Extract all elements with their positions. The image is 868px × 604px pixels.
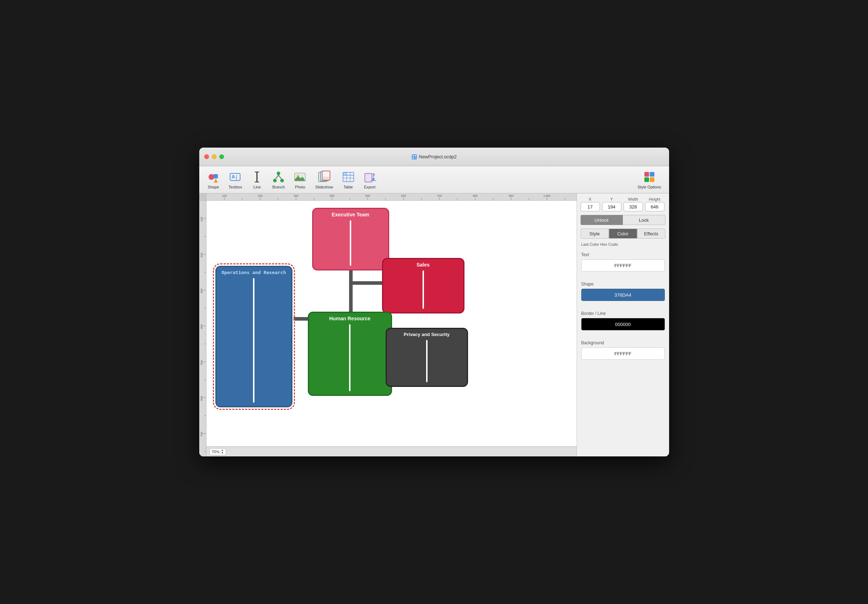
toolbar-line[interactable]: Line	[247, 168, 267, 191]
human-resource-inner	[349, 324, 350, 391]
svg-rect-39	[644, 177, 649, 182]
coord-h-label: Height	[649, 197, 660, 201]
style-options-icon	[643, 170, 656, 183]
svg-text:300: 300	[200, 288, 203, 293]
background-color-row: FFFFFF	[581, 347, 665, 360]
zoom-arrows[interactable]: ▲ ▼	[221, 449, 224, 455]
svg-text:500: 500	[200, 360, 203, 365]
svg-rect-37	[644, 172, 649, 177]
tab-style[interactable]: Style	[581, 229, 609, 239]
coord-w-label: Width	[628, 197, 638, 201]
shape-icon	[207, 170, 220, 183]
canvas-area[interactable]: 100 200 300 400 500 600	[199, 194, 577, 457]
svg-line-18	[279, 175, 281, 179]
shape-color-row: 376DA4	[581, 289, 665, 301]
shape-privacy-security[interactable]: Privacy and Security	[386, 328, 468, 387]
last-color-label: Last Color Hex Code:	[577, 241, 669, 249]
close-button[interactable]	[204, 155, 209, 159]
svg-rect-3	[412, 157, 414, 159]
right-panel: X Y Width Height Unlock L	[577, 194, 669, 457]
human-resource-label: Human Resource	[309, 313, 391, 323]
status-bar: 70% ▲ ▼	[206, 446, 577, 457]
svg-marker-7	[214, 178, 218, 183]
ops-research-label: Operations and Research	[218, 267, 290, 277]
textbox-icon: A	[229, 170, 242, 183]
toolbar-slideshow[interactable]: Slideshow	[312, 168, 336, 191]
svg-rect-25	[323, 172, 329, 177]
svg-text:800: 800	[473, 194, 478, 197]
svg-point-16	[280, 179, 284, 182]
export-icon	[363, 170, 376, 183]
svg-text:200: 200	[258, 194, 263, 197]
coord-h-input[interactable]	[645, 202, 665, 211]
privacy-security-label: Privacy and Security	[387, 329, 467, 339]
svg-rect-2	[415, 155, 416, 156]
exec-team-label: Executive Team	[313, 209, 388, 219]
svg-text:700: 700	[437, 194, 442, 197]
svg-text:600: 600	[200, 396, 203, 401]
tab-effects[interactable]: Effects	[637, 229, 665, 239]
unlock-button[interactable]: Unlock	[581, 215, 623, 225]
svg-text:900: 900	[508, 194, 513, 197]
svg-rect-6	[214, 174, 218, 178]
toolbar-table[interactable]: Table	[338, 168, 358, 191]
border-color-row: 000000	[581, 318, 665, 330]
slideshow-icon	[318, 170, 330, 183]
sales-inner	[423, 271, 424, 309]
coord-w-group: Width	[623, 197, 643, 211]
maximize-button[interactable]	[219, 155, 224, 159]
svg-marker-35	[372, 178, 375, 181]
app-icon	[411, 154, 417, 160]
tab-color[interactable]: Color	[609, 229, 637, 239]
canvas-content[interactable]: Operations and Research Executive Team S…	[206, 201, 577, 446]
color-section-border: Border / Line 000000	[577, 308, 669, 338]
svg-rect-0	[412, 155, 417, 160]
coord-y-label: Y	[610, 197, 613, 201]
ops-research-inner	[253, 278, 254, 403]
coordinates-row: X Y Width Height	[577, 194, 669, 214]
coord-x-group: X	[581, 197, 600, 211]
coord-y-input[interactable]	[602, 202, 622, 211]
unlock-lock-row: Unlock Lock	[577, 214, 669, 226]
main-area: 100 200 300 400 500 600	[199, 194, 669, 457]
zoom-control[interactable]: 70% ▲ ▼	[209, 448, 226, 455]
svg-text:1,000: 1,000	[543, 194, 550, 197]
coord-x-label: X	[589, 197, 591, 201]
toolbar-textbox[interactable]: A Textbox	[225, 168, 246, 191]
text-color-swatch[interactable]: FFFFFF	[581, 259, 665, 271]
toolbar-shape[interactable]: Shape	[203, 168, 224, 191]
shape-human-resource[interactable]: Human Resource	[308, 312, 392, 396]
traffic-lights	[204, 155, 224, 159]
lock-button[interactable]: Lock	[623, 215, 665, 225]
svg-text:100: 100	[200, 217, 203, 222]
ruler-corner	[199, 194, 206, 201]
coord-x-input[interactable]	[581, 202, 600, 211]
privacy-security-inner	[426, 340, 428, 382]
toolbar-export[interactable]: Export	[360, 168, 380, 191]
text-color-label: Text	[581, 252, 665, 257]
shape-color-swatch[interactable]: 376DA4	[581, 289, 665, 301]
svg-text:400: 400	[200, 324, 203, 329]
ruler-top: 100 200 300 400 500 600	[206, 194, 577, 201]
minimize-button[interactable]	[212, 155, 217, 159]
coord-w-input[interactable]	[623, 202, 643, 211]
shape-ops-research[interactable]: Operations and Research	[215, 266, 293, 407]
svg-text:500: 500	[365, 194, 370, 197]
text-color-row: FFFFFF	[581, 259, 665, 271]
svg-text:600: 600	[401, 194, 406, 197]
border-color-swatch[interactable]: 000000	[581, 318, 665, 330]
toolbar-style-options[interactable]: Style Options	[634, 168, 665, 191]
style-tabs: Style Color Effects	[577, 226, 669, 241]
svg-point-14	[277, 172, 280, 175]
color-section-shape: Shape 376DA4	[577, 279, 669, 308]
svg-text:A: A	[231, 174, 235, 180]
background-color-swatch[interactable]: FFFFFF	[581, 347, 665, 360]
photo-icon	[293, 170, 307, 183]
toolbar-branch[interactable]: Branch	[268, 168, 288, 191]
window-title: NewProject.ocdp2	[411, 154, 457, 160]
svg-line-17	[276, 175, 279, 179]
shape-exec-team[interactable]: Executive Team	[312, 208, 389, 271]
shape-sales[interactable]: Sales	[382, 258, 465, 313]
toolbar-photo[interactable]: Photo	[290, 168, 310, 191]
svg-rect-1	[412, 155, 414, 156]
